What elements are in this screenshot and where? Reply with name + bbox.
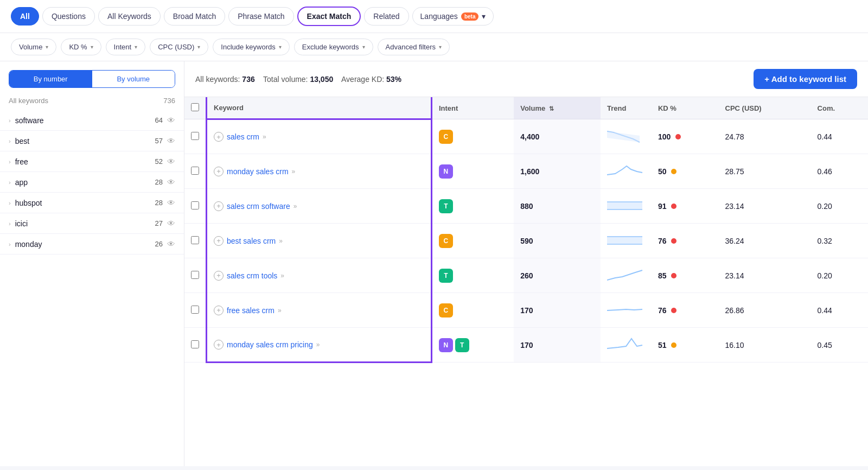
chevron-down-icon: ▾ bbox=[439, 44, 442, 50]
eye-icon[interactable]: 👁 bbox=[167, 136, 175, 145]
volume-filter[interactable]: Volume ▾ bbox=[11, 39, 56, 55]
kd-cell: 76 bbox=[652, 224, 719, 258]
filter-bar: Volume ▾ KD % ▾ Intent ▾ CPC (USD) ▾ Inc… bbox=[0, 33, 868, 61]
tab-exact-match[interactable]: Exact Match bbox=[297, 7, 361, 26]
sidebar-item-app[interactable]: › app 28 👁 bbox=[0, 172, 184, 193]
cpc-filter-label: CPC (USD) bbox=[158, 43, 194, 51]
kd-filter-label: KD % bbox=[69, 43, 87, 51]
languages-dropdown[interactable]: Languages beta ▾ bbox=[412, 7, 494, 26]
chevron-down-icon: ▾ bbox=[46, 44, 48, 50]
volume-header-label: Volume bbox=[520, 104, 545, 112]
sidebar-item-label: icici bbox=[15, 219, 151, 228]
total-volume-value: 13,050 bbox=[310, 75, 333, 84]
cpc-cell: 28.75 bbox=[719, 154, 811, 189]
cpc-cell: 26.86 bbox=[719, 293, 811, 328]
keyword-link[interactable]: + best sales crm » bbox=[214, 236, 424, 246]
row-checkbox[interactable] bbox=[191, 340, 199, 348]
exclude-keywords-filter[interactable]: Exclude keywords ▾ bbox=[294, 39, 373, 55]
eye-icon[interactable]: 👁 bbox=[167, 116, 175, 125]
sort-by-volume-btn[interactable]: By volume bbox=[92, 71, 175, 87]
volume-cell: 880 bbox=[514, 189, 601, 224]
intent-cell: C bbox=[431, 224, 514, 258]
table-header-volume[interactable]: Volume ⇅ bbox=[514, 97, 601, 119]
add-circle-icon[interactable]: + bbox=[214, 201, 224, 211]
eye-icon[interactable]: 👁 bbox=[167, 177, 175, 187]
keyword-text: sales crm software bbox=[227, 202, 290, 211]
com-cell: 0.44 bbox=[811, 119, 868, 154]
trend-cell bbox=[601, 189, 652, 224]
add-circle-icon[interactable]: + bbox=[214, 306, 224, 315]
com-cell: 0.20 bbox=[811, 189, 868, 224]
row-checkbox[interactable] bbox=[191, 306, 199, 314]
advanced-filters-btn[interactable]: Advanced filters ▾ bbox=[378, 39, 450, 55]
intent-cell: T bbox=[431, 258, 514, 293]
add-circle-icon[interactable]: + bbox=[214, 132, 224, 142]
chevron-down-icon: ▾ bbox=[482, 12, 486, 21]
add-circle-icon[interactable]: + bbox=[214, 271, 224, 281]
tab-bar: All Questions All Keywords Broad Match P… bbox=[0, 0, 868, 33]
kd-cell: 50 bbox=[652, 154, 719, 189]
intent-filter[interactable]: Intent ▾ bbox=[106, 39, 146, 55]
trend-cell bbox=[601, 119, 652, 154]
sidebar-item-icici[interactable]: › icici 27 👁 bbox=[0, 213, 184, 234]
navigate-icon: » bbox=[280, 272, 284, 280]
kd-dot bbox=[671, 273, 676, 278]
sort-icon: ⇅ bbox=[549, 105, 554, 112]
keyword-link[interactable]: + sales crm tools » bbox=[214, 271, 424, 281]
keyword-link[interactable]: + monday sales crm pricing » bbox=[214, 340, 424, 350]
sidebar-item-free[interactable]: › free 52 👁 bbox=[0, 151, 184, 172]
keyword-link[interactable]: + free sales crm » bbox=[214, 306, 424, 315]
table-row: + sales crm tools » T26085 23.140.20 bbox=[184, 258, 868, 293]
table-header-trend: Trend bbox=[601, 97, 652, 119]
sidebar-item-label: app bbox=[15, 178, 151, 187]
row-checkbox[interactable] bbox=[191, 271, 199, 279]
row-checkbox[interactable] bbox=[191, 201, 199, 209]
volume-cell: 4,400 bbox=[514, 119, 601, 154]
eye-icon[interactable]: 👁 bbox=[167, 157, 175, 166]
sort-by-number-btn[interactable]: By number bbox=[9, 71, 92, 87]
kd-filter[interactable]: KD % ▾ bbox=[61, 39, 101, 55]
tab-all-keywords[interactable]: All Keywords bbox=[98, 7, 161, 26]
summary-text: All keywords: 736 Total volume: 13,050 A… bbox=[195, 75, 401, 84]
row-checkbox[interactable] bbox=[191, 167, 199, 175]
tab-related[interactable]: Related bbox=[364, 7, 409, 26]
intent-badge: T bbox=[439, 269, 453, 283]
eye-icon[interactable]: 👁 bbox=[167, 198, 175, 207]
add-circle-icon[interactable]: + bbox=[214, 236, 224, 246]
row-checkbox[interactable] bbox=[191, 132, 199, 140]
sort-buttons: By number By volume bbox=[9, 70, 175, 88]
sidebar-item-label: best bbox=[15, 137, 151, 145]
sidebar-item-best[interactable]: › best 57 👁 bbox=[0, 131, 184, 151]
add-to-keyword-list-btn[interactable]: + Add to keyword list bbox=[754, 69, 857, 89]
keyword-link[interactable]: + sales crm » bbox=[214, 132, 424, 142]
keywords-table: Keyword Intent Volume ⇅ Trend KD % CPC (… bbox=[184, 97, 868, 363]
intent-badge: C bbox=[439, 303, 453, 317]
row-checkbox[interactable] bbox=[191, 236, 199, 244]
eye-icon[interactable]: 👁 bbox=[167, 219, 175, 228]
keyword-link[interactable]: + sales crm software » bbox=[214, 201, 424, 211]
eye-icon[interactable]: 👁 bbox=[167, 239, 175, 249]
intent-badge: T bbox=[455, 338, 469, 352]
select-all-checkbox[interactable] bbox=[191, 103, 199, 111]
tab-questions[interactable]: Questions bbox=[42, 7, 95, 26]
add-circle-icon[interactable]: + bbox=[214, 167, 224, 176]
advanced-filters-label: Advanced filters bbox=[386, 43, 436, 51]
tab-all[interactable]: All bbox=[11, 7, 39, 26]
kd-dot bbox=[671, 169, 676, 174]
cpc-filter[interactable]: CPC (USD) ▾ bbox=[150, 39, 208, 55]
sidebar-item-monday[interactable]: › monday 26 👁 bbox=[0, 234, 184, 255]
keyword-link[interactable]: + monday sales crm » bbox=[214, 167, 424, 176]
sidebar-item-hubspot[interactable]: › hubspot 28 👁 bbox=[0, 193, 184, 213]
sidebar-item-software[interactable]: › software 64 👁 bbox=[0, 110, 184, 131]
keyword-text: best sales crm bbox=[227, 237, 276, 245]
tab-phrase-match[interactable]: Phrase Match bbox=[228, 7, 293, 26]
chevron-right-icon: › bbox=[9, 117, 11, 124]
sidebar-header: All keywords 736 bbox=[0, 97, 184, 110]
add-circle-icon[interactable]: + bbox=[214, 340, 224, 350]
sidebar-item-label: hubspot bbox=[15, 199, 151, 207]
include-keywords-filter[interactable]: Include keywords ▾ bbox=[213, 39, 289, 55]
kd-cell: 100 bbox=[652, 119, 719, 154]
include-keywords-label: Include keywords bbox=[221, 43, 275, 51]
table-header-com: Com. bbox=[811, 97, 868, 119]
tab-broad-match[interactable]: Broad Match bbox=[164, 7, 225, 26]
